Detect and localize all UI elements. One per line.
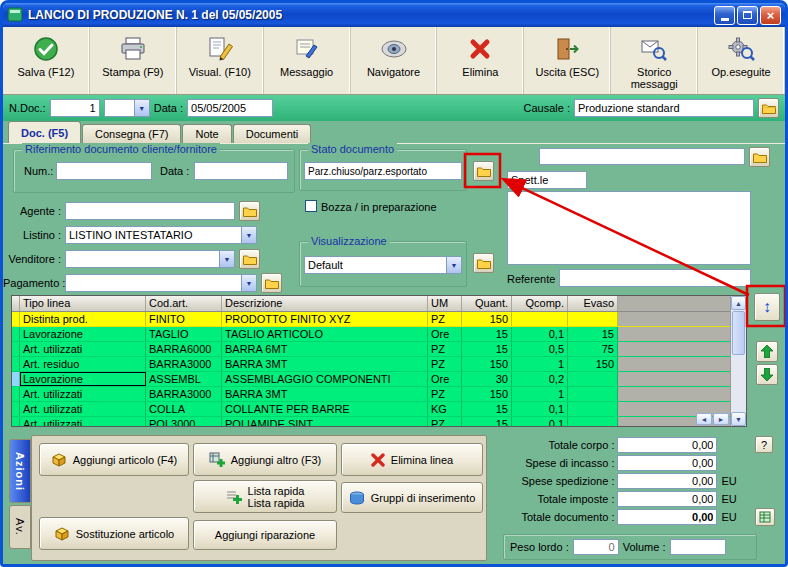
cell-quant[interactable]: 15	[462, 402, 512, 416]
scroll-down-icon[interactable]: ▼	[731, 412, 746, 426]
insert-groups-button[interactable]: Gruppi di inserimento	[341, 482, 483, 513]
cell-color-chip[interactable]	[12, 327, 20, 341]
close-button[interactable]: ×	[760, 6, 781, 25]
cell-color-chip[interactable]	[12, 357, 20, 371]
cell-cod-art[interactable]: BARRA6000	[146, 342, 222, 356]
cell-color-chip[interactable]	[12, 342, 20, 356]
totale-corpo-input[interactable]	[617, 437, 717, 453]
totale-imposte-input[interactable]	[617, 491, 717, 507]
cell-quant[interactable]: 150	[462, 312, 512, 326]
grid-row[interactable]: Distinta prod.FINITOPRODOTTO FINITO XYZP…	[12, 312, 730, 327]
header-descrizione[interactable]: Descrizione	[222, 296, 428, 311]
cell-um[interactable]: KG	[428, 402, 462, 416]
add-repair-button[interactable]: Aggiungi riparazione	[193, 520, 337, 550]
cell-descrizione[interactable]: BARRA 3MT	[222, 387, 428, 401]
causale-input[interactable]	[574, 99, 754, 117]
chevron-down-icon[interactable]: ▼	[134, 100, 149, 116]
maximize-button[interactable]	[737, 6, 758, 25]
destinatario-top-input[interactable]	[539, 148, 745, 165]
cell-descrizione[interactable]: POLIAMIDE SINT.	[222, 417, 428, 426]
cell-um[interactable]: Ore	[428, 327, 462, 341]
tab-documenti[interactable]: Documenti	[233, 124, 312, 143]
cell-tipo-linea[interactable]: Art. utilizzati	[20, 342, 146, 356]
cell-cod-art[interactable]: TAGLIO	[146, 327, 222, 341]
row-down-button[interactable]	[756, 364, 778, 385]
cell-color-chip[interactable]	[12, 402, 20, 416]
scroll-up-icon[interactable]: ▲	[731, 296, 746, 310]
cell-evaso[interactable]	[568, 312, 618, 326]
cell-tipo-linea[interactable]: Art. utilizzati	[20, 387, 146, 401]
totals-detail-button[interactable]	[755, 508, 775, 526]
cell-tipo-linea[interactable]: Lavorazione	[20, 372, 146, 386]
cell-quant[interactable]: 30	[462, 372, 512, 386]
tab-doc[interactable]: Doc. (F5)	[8, 121, 81, 143]
agente-lookup-button[interactable]	[239, 201, 260, 221]
save-button[interactable]: Salva (F12)	[3, 27, 90, 94]
cell-qcomp[interactable]: 0,1	[512, 417, 568, 426]
cell-color-chip[interactable]	[12, 387, 20, 401]
tab-consegna[interactable]: Consegna (F7)	[82, 124, 181, 143]
cell-evaso[interactable]	[568, 417, 618, 426]
chevron-down-icon[interactable]: ▼	[241, 275, 256, 291]
ndoc-input[interactable]	[50, 99, 100, 117]
venditore-combo[interactable]: ▼	[65, 250, 235, 268]
spese-spedizione-input[interactable]	[617, 473, 717, 489]
header-um[interactable]: UM	[428, 296, 462, 311]
data-input[interactable]	[187, 99, 273, 117]
cell-evaso[interactable]	[568, 402, 618, 416]
delete-button[interactable]: Elimina	[437, 27, 524, 94]
cell-quant[interactable]: 150	[462, 357, 512, 371]
cell-qcomp[interactable]: 0,5	[512, 342, 568, 356]
cell-cod-art[interactable]: ASSEMBL	[146, 372, 222, 386]
stato-lookup-button[interactable]	[473, 161, 494, 181]
cell-cod-art[interactable]: COLLA	[146, 402, 222, 416]
cell-tipo-linea[interactable]: Art. utilizzati	[20, 417, 146, 426]
quick-list-button[interactable]: Lista rapida Lista rapida	[193, 480, 337, 513]
peso-lordo-input[interactable]	[573, 539, 619, 555]
chevron-down-icon[interactable]: ▼	[241, 227, 256, 243]
header-quant[interactable]: Quant.	[462, 296, 512, 311]
preview-button[interactable]: Visual. (F10)	[177, 27, 264, 94]
message-button[interactable]: Messaggio	[264, 27, 351, 94]
cell-qcomp[interactable]	[512, 312, 568, 326]
cell-um[interactable]: PZ	[428, 342, 462, 356]
grid-row[interactable]: LavorazioneASSEMBLASSEMBLAGGIO COMPONENT…	[12, 372, 730, 387]
pagamento-lookup-button[interactable]	[261, 273, 282, 293]
cell-evaso[interactable]	[568, 372, 618, 386]
cell-um[interactable]: Ore	[428, 372, 462, 386]
cell-evaso[interactable]: 150	[568, 357, 618, 371]
header-tipo-linea[interactable]: Tipo linea	[20, 296, 146, 311]
visualizzazione-lookup-button[interactable]	[473, 253, 494, 273]
exit-button[interactable]: Uscita (ESC)	[524, 27, 611, 94]
scroll-right-icon[interactable]: ►	[713, 413, 729, 425]
cell-um[interactable]: PZ	[428, 387, 462, 401]
cell-um[interactable]: PZ	[428, 357, 462, 371]
scroll-thumb[interactable]	[732, 311, 745, 355]
cell-qcomp[interactable]: 0,2	[512, 372, 568, 386]
grid-row[interactable]: Art. residuoBARRA3000BARRA 3MTPZ1501150	[12, 357, 730, 372]
cell-qcomp[interactable]: 0,1	[512, 327, 568, 341]
grid-row[interactable]: Art. utilizzatiBARRA3000BARRA 3MTPZ1501	[12, 387, 730, 402]
cell-quant[interactable]: 150	[462, 387, 512, 401]
add-article-button[interactable]: Aggiungi articolo (F4)	[39, 443, 189, 476]
move-line-button[interactable]: ↕	[754, 293, 780, 321]
stato-input[interactable]	[304, 162, 462, 180]
chevron-down-icon[interactable]: ▼	[446, 257, 461, 273]
header-cod-art[interactable]: Cod.art.	[146, 296, 222, 311]
cell-tipo-linea[interactable]: Art. utilizzati	[20, 402, 146, 416]
print-button[interactable]: Stampa (F9)	[90, 27, 177, 94]
grid-vertical-scrollbar[interactable]: ▲ ▼	[730, 296, 746, 426]
cell-tipo-linea[interactable]: Art. residuo	[20, 357, 146, 371]
cell-evaso[interactable]	[568, 387, 618, 401]
cell-quant[interactable]: 15	[462, 417, 512, 426]
referente-input[interactable]	[559, 269, 751, 287]
doc-type-combo[interactable]: ▼	[104, 99, 150, 117]
cell-descrizione[interactable]: TAGLIO ARTICOLO	[222, 327, 428, 341]
causale-lookup-button[interactable]	[758, 98, 779, 118]
listino-combo[interactable]: LISTINO INTESTATARIO ▼	[65, 226, 257, 244]
scroll-left-icon[interactable]: ◄	[696, 413, 712, 425]
cell-color-chip[interactable]	[12, 372, 20, 386]
cell-tipo-linea[interactable]: Lavorazione	[20, 327, 146, 341]
cell-evaso[interactable]: 15	[568, 327, 618, 341]
tab-azioni[interactable]: Azioni	[9, 439, 31, 503]
